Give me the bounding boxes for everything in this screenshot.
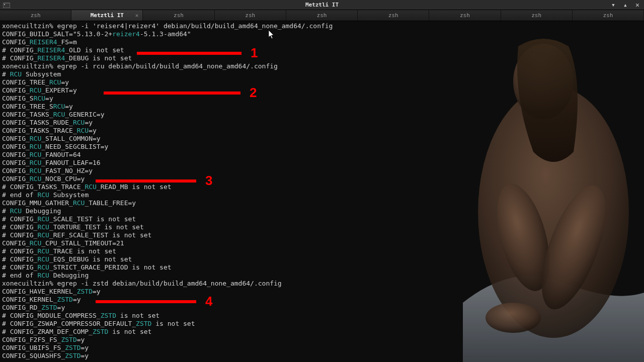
terminal-line: # CONFIG_RCU_TRACE is not set [2,247,642,255]
terminal-line: # CONFIG_RCU_EQS_DEBUG is not set [2,255,642,263]
maximize-icon[interactable]: ▴ [622,2,629,9]
tab-label: zsh [245,12,255,19]
tab-5[interactable]: zsh [358,10,429,21]
tab-2[interactable]: zsh [143,10,214,21]
terminal-line: CONFIG_TASKS_TRACE_RCU=y [2,127,642,135]
terminal-line: CONFIG_TASKS_RUDE_RCU=y [2,119,642,127]
minimize-icon[interactable]: ▾ [610,2,617,9]
tab-label: zsh [174,12,184,19]
terminal-line: CONFIG_F2FS_FS_ZSTD=y [2,336,642,344]
tab-label: zsh [460,12,470,19]
tab-bar: zshMetztli IT✕zshzshzshzshzshzshzsh [0,10,644,21]
tab-close-icon[interactable]: ✕ [135,12,139,19]
terminal-line: # end of RCU Debugging [2,272,642,280]
tab-3[interactable]: zsh [215,10,286,21]
terminal-line: # end of RCU Subsystem [2,191,642,199]
close-icon[interactable]: ✕ [634,2,641,9]
terminal-line: CONFIG_HAVE_KERNEL_ZSTD=y [2,288,642,296]
tab-1[interactable]: Metztli IT✕ [71,10,143,21]
tab-label: Metztli IT [91,12,124,19]
terminal-line: CONFIG_RCU_STALL_COMMON=y [2,135,642,143]
terminal-line: CONFIG_UBIFS_FS_ZSTD=y [2,344,642,352]
tab-label: zsh [388,12,398,19]
terminal-line: CONFIG_RCU_NEED_SEGCBLIST=y [2,143,642,151]
terminal-line: # RCU Debugging [2,207,642,215]
terminal-line: CONFIG_BUILD_SALT="5.13.0-2+reizer4-5.1.… [2,30,642,38]
terminal-line: CONFIG_KERNEL_ZSTD=y [2,296,642,304]
terminal-line: # CONFIG_REISER4_OLD is not set [2,46,642,54]
terminal-line: # CONFIG_RCU_REF_SCALE_TEST is not set [2,231,642,239]
tab-6[interactable]: zsh [429,10,501,21]
window-controls: ▾ ▴ ✕ [610,2,641,9]
terminal-line: CONFIG_RCU_NOCB_CPU=y [2,175,642,183]
terminal-line: xonecuiltzin% egrep -i rcu debian/build/… [2,62,642,70]
terminal-line: CONFIG_RCU_FANOUT_LEAF=16 [2,159,642,167]
terminal-line: xonecuiltzin% egrep -i zstd debian/build… [2,280,642,288]
tab-0[interactable]: zsh [0,10,71,21]
terminal-line: # CONFIG_RCU_TORTURE_TEST is not set [2,223,642,231]
window-title: Metztli IT [0,2,644,8]
terminal-line: # CONFIG_ZRAM_DEF_COMP_ZSTD is not set [2,328,642,336]
terminal-line: CONFIG_REISER4_FS=m [2,38,642,46]
terminal-line: # CONFIG_RCU_STRICT_GRACE_PERIOD is not … [2,263,642,272]
terminal-line: # RCU Subsystem [2,70,642,78]
tab-7[interactable]: zsh [501,10,573,21]
terminal-line: CONFIG_TREE_SRCU=y [2,103,642,111]
terminal-output: xonecuiltzin% egrep -i 'reiser4|reizer4'… [2,22,642,360]
terminal-line: CONFIG_TASKS_RCU_GENERIC=y [2,111,642,119]
terminal-body[interactable]: xonecuiltzin% egrep -i 'reiser4|reizer4'… [0,21,644,362]
terminal-line: CONFIG_SRCU=y [2,95,642,103]
terminal-line: # CONFIG_ZSWAP_COMPRESSOR_DEFAULT_ZSTD i… [2,320,642,328]
terminal-line: # CONFIG_REISER4_DEBUG is not set [2,54,642,62]
app-icon [3,2,10,8]
terminal-line: CONFIG_MMU_GATHER_RCU_TABLE_FREE=y [2,199,642,207]
terminal-line: CONFIG_RCU_CPU_STALL_TIMEOUT=21 [2,239,642,247]
terminal-line: CONFIG_RCU_FANOUT=64 [2,151,642,159]
tab-label: zsh [603,12,613,19]
svg-rect-0 [3,3,10,8]
tab-label: zsh [531,12,541,19]
terminal-line: # CONFIG_RCU_SCALE_TEST is not set [2,215,642,223]
terminal-line: CONFIG_RD_ZSTD=y [2,304,642,312]
titlebar: Metztli IT ▾ ▴ ✕ [0,0,644,10]
terminal-line: xonecuiltzin% egrep -i 'reiser4|reizer4'… [2,22,642,30]
terminal-line: CONFIG_RCU_EXPERT=y [2,86,642,95]
tab-8[interactable]: zsh [573,10,644,21]
terminal-line: CONFIG_SQUASHFS_ZSTD=y [2,352,642,360]
terminal-window: Metztli IT ▾ ▴ ✕ zshMetztli IT✕zshzshzsh… [0,0,644,362]
tab-label: zsh [317,12,327,19]
svg-rect-1 [4,4,5,5]
terminal-line: CONFIG_TREE_RCU=y [2,78,642,86]
terminal-line: # CONFIG_MODULE_COMPRESS_ZSTD is not set [2,312,642,320]
terminal-line: # CONFIG_TASKS_TRACE_RCU_READ_MB is not … [2,183,642,191]
tab-4[interactable]: zsh [286,10,358,21]
terminal-line: CONFIG_RCU_FAST_NO_HZ=y [2,167,642,175]
tab-label: zsh [31,12,41,19]
